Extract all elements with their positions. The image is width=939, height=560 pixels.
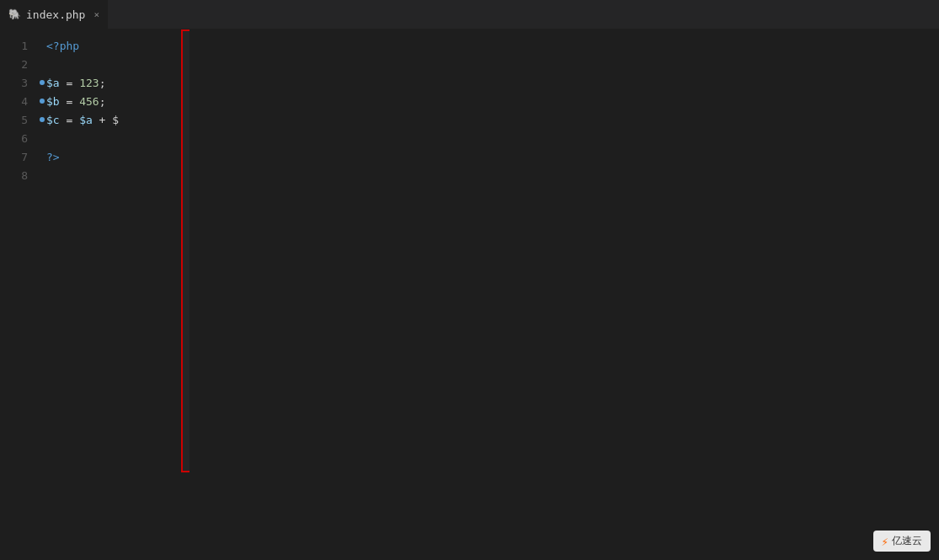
path-map-panel: Setup a path map for this project Entry … — [181, 29, 189, 472]
editor-line: 6 — [0, 129, 189, 147]
line-content: $c = $a + $ — [46, 114, 119, 126]
line-marker — [38, 117, 46, 122]
line-number: 8 — [0, 169, 38, 182]
code-token: $a — [79, 114, 93, 126]
line-content: $a = 123; — [46, 77, 105, 89]
editor-line: 8 — [0, 166, 189, 184]
line-content: $b = 456; — [46, 95, 105, 108]
line-number: 6 — [0, 132, 38, 145]
code-token: <?php — [46, 40, 79, 52]
panel-footer: Use a local path of ! to auto disconnnec… — [183, 427, 189, 471]
code-token: ; — [99, 95, 106, 108]
watermark-text: 亿速云 — [892, 534, 922, 548]
line-marker — [38, 80, 46, 85]
action-bar: Save Cancel and Detach Never debug this … — [183, 388, 189, 427]
watermark: ⚡ 亿速云 — [873, 531, 931, 552]
breakpoint-dot — [40, 117, 45, 122]
code-token: + $ — [93, 114, 119, 126]
watermark-icon: ⚡ — [882, 535, 888, 548]
editor-line: 3$a = 123; — [0, 73, 189, 92]
main-area: 1<?php23$a = 123;4$b = 456;5$c = $a + $6… — [0, 29, 939, 560]
breakpoint-dot — [40, 99, 45, 104]
path-inputs: Local Path: — [183, 93, 189, 162]
code-token: $c — [46, 114, 60, 126]
code-token: ?> — [46, 151, 60, 163]
code-token: = — [60, 77, 79, 89]
editor-line: 2 — [0, 55, 189, 73]
line-number: 4 — [0, 95, 38, 108]
code-token: 456 — [79, 95, 99, 108]
tab-label: index.php — [26, 8, 85, 21]
code-editor: 1<?php23$a = 123;4$b = 456;5$c = $a + $6… — [0, 29, 189, 560]
editor-line: 4$b = 456; — [0, 92, 189, 110]
php-file-icon: 🐘 — [8, 8, 21, 20]
line-number: 7 — [0, 151, 38, 163]
code-token: 123 — [79, 77, 99, 89]
editor-lines: 1<?php23$a = 123;4$b = 456;5$c = $a + $6… — [0, 29, 189, 184]
editor-line: 1<?php — [0, 36, 189, 55]
tab-close-button[interactable]: × — [93, 9, 99, 20]
tab-bar: 🐘 index.php × — [0, 0, 939, 29]
editor-line: 7?> — [0, 147, 189, 166]
panel-header: Setup a path map for this project Entry … — [183, 31, 189, 93]
line-content: <?php — [46, 40, 79, 52]
code-token: ; — [99, 77, 106, 89]
code-token: $a — [46, 77, 60, 89]
line-marker — [38, 99, 46, 104]
code-token: $b — [46, 95, 60, 108]
code-token: = — [60, 114, 79, 126]
breakpoint-dot — [40, 80, 45, 85]
code-token: = — [60, 95, 79, 108]
tab-index-php[interactable]: 🐘 index.php × — [0, 0, 109, 29]
line-number: 5 — [0, 114, 38, 126]
line-number: 2 — [0, 58, 38, 71]
line-content: ?> — [46, 151, 60, 163]
line-number: 3 — [0, 77, 38, 89]
editor-line: 5$c = $a + $ — [0, 110, 189, 129]
line-number: 1 — [0, 40, 38, 52]
